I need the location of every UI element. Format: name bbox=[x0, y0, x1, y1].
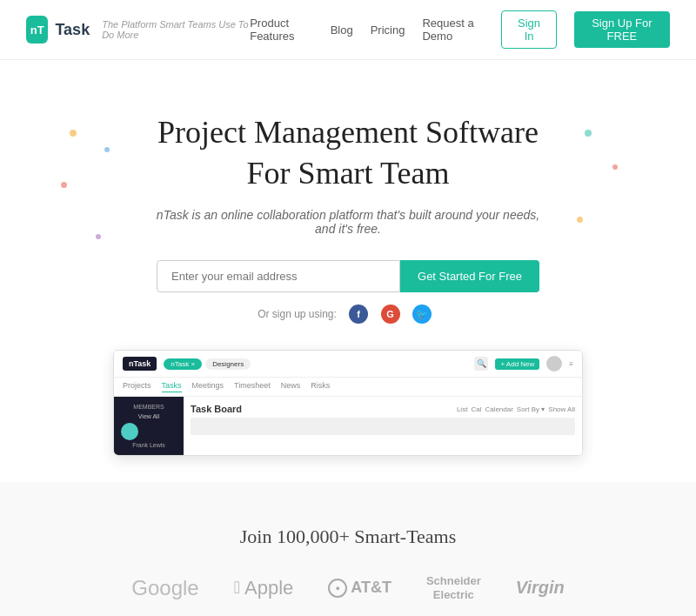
nav-product-features[interactable]: Product Features bbox=[250, 17, 312, 43]
preview-board-title: Task Board bbox=[191, 404, 242, 414]
preview-tab-risks: Risks bbox=[311, 381, 330, 392]
preview-member-avatar bbox=[121, 423, 138, 440]
preview-cal-view: Cal bbox=[471, 405, 481, 413]
deco-dot-2 bbox=[104, 147, 110, 152]
twitter-icon[interactable]: 🐦 bbox=[412, 305, 432, 324]
deco-dot-1 bbox=[70, 130, 77, 137]
deco-dot-5 bbox=[585, 130, 592, 137]
facebook-icon[interactable]: f bbox=[349, 305, 368, 324]
preview-tab-meetings: Meetings bbox=[192, 381, 224, 392]
preview-add-btn: + Add New bbox=[495, 358, 539, 370]
nav-request-demo[interactable]: Request a Demo bbox=[422, 17, 484, 43]
google-icon[interactable]: G bbox=[381, 305, 400, 324]
preview-list-view: List bbox=[457, 405, 467, 413]
hero-heading: Project Management Software For Smart Te… bbox=[17, 112, 679, 194]
deco-dot-7 bbox=[577, 217, 583, 223]
logo-area: nT Task The Platform Smart Teams Use To … bbox=[26, 16, 250, 44]
nav-pricing[interactable]: Pricing bbox=[371, 23, 405, 37]
brands-heading: Join 100,000+ Smart-Teams bbox=[17, 526, 679, 548]
header: nT Task The Platform Smart Teams Use To … bbox=[0, 0, 696, 60]
nav-blog[interactable]: Blog bbox=[331, 23, 353, 37]
signin-button[interactable]: Sign In bbox=[501, 10, 556, 49]
logo-icon: nT bbox=[26, 16, 48, 44]
preview-logo: nTask bbox=[123, 357, 157, 371]
preview-sidebar-viewall: View All bbox=[121, 413, 177, 419]
preview-search: 🔍 bbox=[474, 357, 488, 371]
preview-member-name: Frank Lewis bbox=[121, 442, 177, 448]
main-nav: Product Features Blog Pricing Request a … bbox=[250, 10, 670, 49]
preview-tag2: Designers bbox=[205, 358, 251, 370]
preview-tab-timesheet: Timesheet bbox=[234, 381, 271, 392]
social-text: Or sign up using: bbox=[258, 308, 337, 320]
hero-section: Project Management Software For Smart Te… bbox=[0, 60, 696, 482]
brand-virgin: Virgin bbox=[516, 578, 565, 598]
brands-logos: Google  Apple ● AT&T SchneiderElectric … bbox=[17, 574, 679, 601]
app-screenshot-preview: nTask nTask × Designers 🔍 + Add New ≡ Pr… bbox=[113, 350, 583, 456]
brand-att: ● AT&T bbox=[328, 579, 392, 598]
preview-tab-tasks: Tasks bbox=[162, 381, 182, 392]
get-started-button[interactable]: Get Started For Free bbox=[400, 260, 539, 292]
preview-calendar-view: Calendar bbox=[485, 405, 512, 413]
deco-dot-6 bbox=[612, 164, 618, 170]
brand-schneider: SchneiderElectric bbox=[426, 574, 481, 601]
email-input[interactable] bbox=[157, 260, 400, 292]
preview-menu-icon: ≡ bbox=[569, 360, 573, 368]
preview-task-row bbox=[191, 418, 575, 435]
logo-tagline: The Platform Smart Teams Use To Do More bbox=[102, 19, 250, 40]
deco-dot-4 bbox=[96, 234, 101, 239]
brand-apple:  Apple bbox=[234, 577, 294, 599]
preview-tab-news: News bbox=[281, 381, 301, 392]
preview-sort: Sort By ▾ bbox=[517, 405, 545, 413]
signup-button[interactable]: Sign Up For FREE bbox=[574, 11, 670, 48]
preview-sidebar-header: MEMBERS bbox=[121, 404, 177, 410]
logo-text: Task bbox=[55, 21, 90, 39]
brands-section: Join 100,000+ Smart-Teams Google  Apple… bbox=[0, 482, 696, 616]
preview-avatar bbox=[546, 356, 562, 372]
brand-google: Google bbox=[131, 576, 198, 600]
hero-form: Get Started For Free bbox=[17, 260, 679, 292]
deco-dot-3 bbox=[61, 182, 67, 188]
preview-show-all: Show All bbox=[548, 405, 575, 413]
hero-social: Or sign up using: f G 🐦 bbox=[17, 305, 679, 325]
preview-tag1: nTask × bbox=[164, 358, 202, 370]
preview-tab-projects: Projects bbox=[123, 381, 151, 392]
